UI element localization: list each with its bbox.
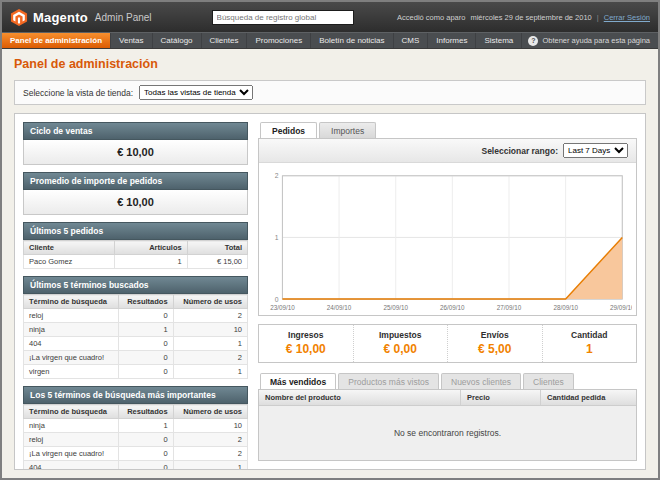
table-row: ninja110 <box>24 419 248 433</box>
help-link-label: Obtener ayuda para esta página <box>542 36 650 45</box>
header-date: miércoles 29 de septiembre de 2010 <box>470 13 591 22</box>
table-row: 40401 <box>24 461 248 471</box>
store-view-select[interactable]: Todas las vistas de tienda <box>139 85 253 100</box>
column-header: Cantidad pedida <box>541 390 636 405</box>
stat-label: Ingresos <box>259 330 353 340</box>
total-stat: Cantidad1 <box>542 325 637 362</box>
table-row: ¡La virgen que cuadro!02 <box>24 351 248 365</box>
table-cell: reloj <box>24 433 119 447</box>
bestsellers-panel: Nombre del productoPrecioCantidad pedida… <box>258 389 637 461</box>
stat-label: Envíos <box>448 330 542 340</box>
table-cell: 2 <box>173 351 247 365</box>
column-header: Resultados <box>118 405 173 419</box>
table-cell: 1 <box>173 337 247 351</box>
last-search-terms-title: Últimos 5 términos buscados <box>23 276 248 294</box>
table-cell: 1 <box>118 419 173 433</box>
chart-area: 01223/09/1024/09/1025/09/1026/09/1027/09… <box>259 163 636 315</box>
sales-cycle-value: € 10,00 <box>23 140 248 165</box>
bottom-tab[interactable]: Productos más vistos <box>338 373 439 389</box>
logout-link[interactable]: Cerrar Sesión <box>604 13 650 22</box>
column-header: Término de búsqueda <box>24 295 119 309</box>
svg-text:0: 0 <box>275 296 279 303</box>
range-selector-bar: Seleccionar rango: Last 7 Days <box>259 139 636 163</box>
table-cell: ninja <box>24 323 119 337</box>
stat-value: € 0,00 <box>354 342 448 356</box>
column-header: Número de usos <box>173 405 247 419</box>
table-cell: 0 <box>118 365 173 379</box>
sales-cycle-title: Ciclo de ventas <box>23 122 248 140</box>
column-header: Nombre del producto <box>259 390 461 405</box>
header-separator: | <box>597 13 599 22</box>
table-cell: € 15,00 <box>187 255 247 269</box>
magento-logo: Magento Admin Panel <box>10 9 152 26</box>
last-search-terms-card: Últimos 5 términos buscados Término de b… <box>23 276 248 379</box>
table-cell: 10 <box>173 323 247 337</box>
table-row: ¡La virgen que cuadro!02 <box>24 447 248 461</box>
nav-item[interactable]: Informes <box>428 33 476 48</box>
tab-active[interactable]: Pedidos <box>260 122 317 139</box>
table-cell: 10 <box>173 419 247 433</box>
table-cell: 0 <box>118 461 173 471</box>
nav-item[interactable]: Clientes <box>202 33 248 48</box>
svg-text:25/09/10: 25/09/10 <box>383 304 408 311</box>
bottom-tabs: Más vendidosProductos más vistosNuevos c… <box>258 373 637 389</box>
table-cell: 0 <box>118 337 173 351</box>
svg-text:26/09/10: 26/09/10 <box>440 304 465 311</box>
bottom-tab[interactable]: Nuevos clientes <box>441 373 521 389</box>
column-header: Resultados <box>118 295 173 309</box>
bestsellers-table-header: Nombre del productoPrecioCantidad pedida <box>259 390 636 406</box>
svg-text:27/09/10: 27/09/10 <box>497 304 522 311</box>
table-row: reloj02 <box>24 309 248 323</box>
nav-item[interactable]: Catálogo <box>153 33 202 48</box>
svg-text:24/09/10: 24/09/10 <box>327 304 352 311</box>
orders-chart-panel: Seleccionar rango: Last 7 Days 01223/09/… <box>258 138 637 316</box>
table-cell: reloj <box>24 309 119 323</box>
nav-item[interactable]: CMS <box>394 33 429 48</box>
logo-subtitle: Admin Panel <box>95 12 152 23</box>
help-link[interactable]: ? Obtener ayuda para esta página <box>528 33 658 48</box>
column-header: Cliente <box>24 241 115 255</box>
table-row: reloj02 <box>24 433 248 447</box>
global-search-input[interactable] <box>212 10 354 25</box>
table-cell: 0 <box>118 309 173 323</box>
table-cell: 0 <box>118 351 173 365</box>
dashboard-left-column: Ciclo de ventas € 10,00 Promedio de impo… <box>23 122 248 461</box>
magento-logo-icon <box>10 9 28 26</box>
stat-label: Impuestos <box>354 330 448 340</box>
last-orders-card: Últimos 5 pedidos ClienteArtículosTotal … <box>23 222 248 269</box>
magento-admin-window: Magento Admin Panel Accedió como aparo m… <box>0 0 660 480</box>
column-header: Término de búsqueda <box>24 405 119 419</box>
table-row: ninja110 <box>24 323 248 337</box>
range-select[interactable]: Last 7 Days <box>563 143 628 158</box>
help-icon: ? <box>528 36 538 46</box>
content-area: Panel de administración Seleccione la vi… <box>2 49 658 478</box>
table-cell: 1 <box>118 323 173 337</box>
logo-title: Magento <box>33 10 88 25</box>
tab-inactive[interactable]: Importes <box>319 122 376 138</box>
nav-item[interactable]: Ventas <box>111 33 152 48</box>
chart-tabs: PedidosImportes <box>258 122 637 138</box>
header-user-area: Accedió como aparo miércoles 29 de septi… <box>397 13 650 22</box>
total-stat: Envíos€ 5,00 <box>447 325 542 362</box>
table-cell: 404 <box>24 461 119 471</box>
table-cell: 1 <box>114 255 187 269</box>
bottom-tab[interactable]: Más vendidos <box>260 373 336 390</box>
nav-item[interactable]: Boletín de noticias <box>311 33 393 48</box>
top-search-terms-title: Los 5 términos de búsqueda más important… <box>23 386 248 404</box>
last-orders-title: Últimos 5 pedidos <box>23 222 248 240</box>
column-header: Artículos <box>114 241 187 255</box>
table-row: 40401 <box>24 337 248 351</box>
svg-text:29/09/10: 29/09/10 <box>610 304 632 311</box>
total-stat: Impuestos€ 0,00 <box>353 325 448 362</box>
nav-item[interactable]: Panel de administración <box>2 33 111 48</box>
average-order-card: Promedio de importe de pedidos € 10,00 <box>23 172 248 215</box>
orders-chart: 01223/09/1024/09/1025/09/1026/09/1027/09… <box>263 168 632 314</box>
nav-item[interactable]: Sistema <box>476 33 522 48</box>
stat-label: Cantidad <box>543 330 637 340</box>
table-cell: ¡La virgen que cuadro! <box>24 351 119 365</box>
nav-item[interactable]: Promociones <box>247 33 311 48</box>
bottom-tab[interactable]: Clientes <box>523 373 574 389</box>
table-row: Paco Gomez1€ 15,00 <box>24 255 248 269</box>
main-navbar: Panel de administraciónVentasCatálogoCli… <box>2 32 658 49</box>
totals-row: Ingresos€ 10,00Impuestos€ 0,00Envíos€ 5,… <box>258 324 637 363</box>
